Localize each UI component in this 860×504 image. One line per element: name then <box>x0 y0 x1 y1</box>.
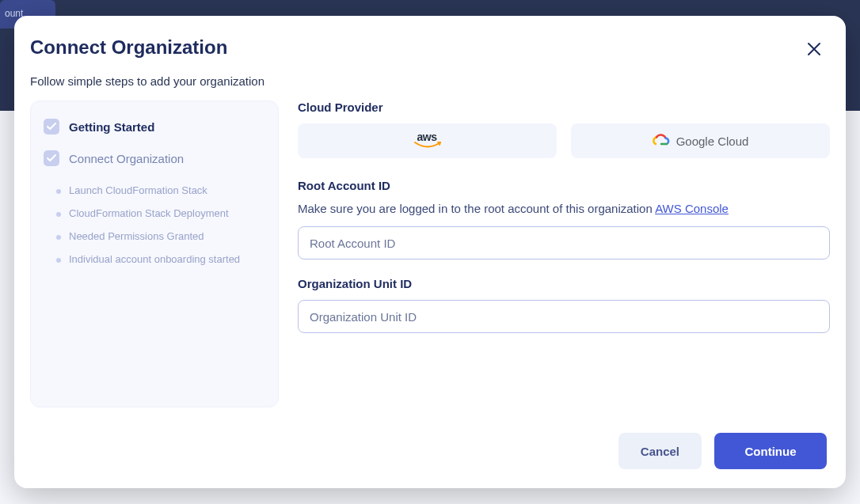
provider-google-cloud-button[interactable]: Google Cloud <box>571 123 830 158</box>
modal-title: Connect Organization <box>30 36 227 59</box>
cloud-provider-label: Cloud Provider <box>298 100 830 114</box>
root-account-help-text: Make sure you are logged in to the root … <box>298 202 830 215</box>
root-account-id-input[interactable] <box>298 226 830 260</box>
aws-console-link[interactable]: AWS Console <box>655 202 729 215</box>
cancel-button[interactable]: Cancel <box>618 433 702 469</box>
step-connect-organization[interactable]: Connect Organization <box>44 150 265 166</box>
google-cloud-label: Google Cloud <box>676 135 749 148</box>
continue-button[interactable]: Continue <box>714 433 827 469</box>
sub-steps-list: Launch CloudFormation Stack CloudFormati… <box>44 179 265 271</box>
sub-step-item: CloudFormation Stack Deployment <box>69 202 265 225</box>
form-area: Cloud Provider aws Goo <box>298 100 830 428</box>
check-icon <box>44 119 59 135</box>
organization-unit-id-input[interactable] <box>298 300 830 333</box>
sub-step-item: Individual account onboarding started <box>69 248 265 271</box>
steps-sidebar: Getting Started Connect Organization Lau… <box>30 100 279 407</box>
organization-unit-id-label: Organization Unit ID <box>298 277 830 290</box>
check-icon <box>44 150 59 166</box>
close-icon <box>807 42 821 56</box>
google-cloud-icon <box>653 134 670 148</box>
close-button[interactable] <box>801 36 827 62</box>
step-label: Getting Started <box>69 120 154 134</box>
sub-step-item: Needed Permissions Granted <box>69 225 265 248</box>
sub-step-item: Launch CloudFormation Stack <box>69 179 265 202</box>
connect-organization-modal: Connect Organization Follow simple steps… <box>14 16 846 488</box>
aws-logo-icon: aws <box>414 132 441 150</box>
root-account-id-label: Root Account ID <box>298 179 830 192</box>
step-getting-started[interactable]: Getting Started <box>44 119 265 135</box>
step-label: Connect Organization <box>69 152 184 165</box>
provider-aws-button[interactable]: aws <box>298 123 557 158</box>
modal-subtitle: Follow simple steps to add your organiza… <box>14 62 846 88</box>
